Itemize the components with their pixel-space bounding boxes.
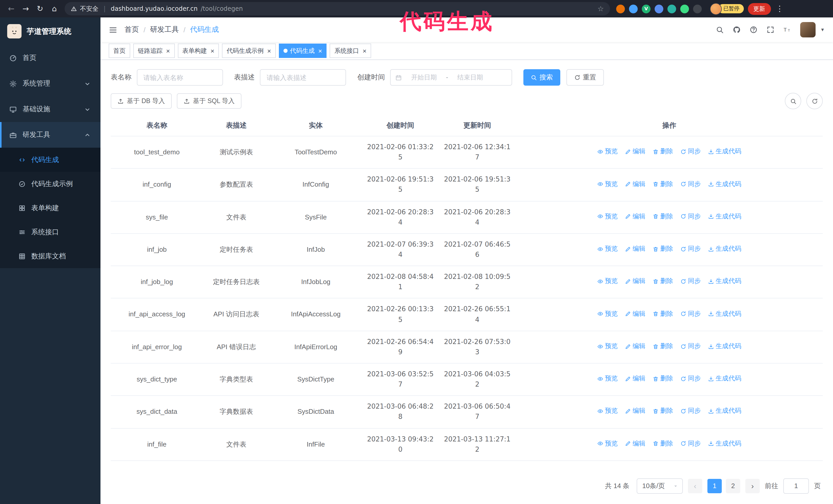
drop-extension-icon[interactable] [629, 4, 638, 13]
sidebar-toggle-icon[interactable] [109, 25, 117, 34]
page-size-select[interactable]: 10条/页 [637, 478, 683, 494]
leaf-extension-icon[interactable] [680, 4, 689, 13]
date-range-picker[interactable]: - [390, 69, 512, 86]
sync-link[interactable]: 同步 [680, 309, 701, 319]
bookmark-star-icon[interactable]: ☆ [597, 5, 604, 13]
sidebar-item-form-builder[interactable]: 表单构建 [0, 196, 100, 220]
profile-chip[interactable]: 已暂停 [710, 3, 743, 15]
page-1-button[interactable]: 1 [708, 479, 722, 493]
pretzel-extension-icon[interactable] [693, 4, 702, 13]
preview-link[interactable]: 预览 [597, 212, 618, 222]
address-bar[interactable]: 不安全 | dashboard.yudao.iocoder.cn/tool/co… [65, 2, 610, 16]
preview-link[interactable]: 预览 [597, 439, 618, 449]
home-button[interactable]: ⌂ [48, 3, 61, 15]
forward-button[interactable]: → [20, 3, 32, 15]
end-date-input[interactable] [450, 73, 490, 81]
edit-link[interactable]: 编辑 [625, 147, 645, 157]
question-icon[interactable] [749, 26, 758, 34]
tab-home[interactable]: 首页 [109, 44, 130, 58]
github-icon[interactable] [733, 26, 741, 34]
sync-link[interactable]: 同步 [680, 439, 701, 449]
sidebar-item-db-doc[interactable]: 数据库文档 [0, 244, 100, 268]
edit-link[interactable]: 编辑 [625, 179, 645, 189]
toggle-search-button[interactable] [785, 93, 801, 109]
generate-code-link[interactable]: 生成代码 [708, 212, 741, 222]
breadcrumb-item[interactable]: 研发工具 [150, 25, 179, 34]
import-sql-button[interactable]: 基于 SQL 导入 [177, 93, 241, 109]
sidebar-item-dev-tools[interactable]: 研发工具 [0, 122, 100, 148]
table-desc-input[interactable] [260, 69, 346, 86]
search-icon[interactable] [716, 26, 724, 34]
generate-code-link[interactable]: 生成代码 [708, 406, 741, 416]
close-icon[interactable]: × [267, 47, 271, 54]
edit-link[interactable]: 编辑 [625, 439, 645, 449]
generate-code-link[interactable]: 生成代码 [708, 374, 741, 384]
fullscreen-icon[interactable] [766, 26, 775, 34]
edit-link[interactable]: 编辑 [625, 406, 645, 416]
browser-menu-icon[interactable]: ⋮ [775, 4, 785, 13]
generate-code-link[interactable]: 生成代码 [708, 277, 741, 287]
goto-page-input[interactable] [783, 478, 809, 494]
preview-link[interactable]: 预览 [597, 179, 618, 189]
start-date-input[interactable] [404, 73, 444, 81]
sidebar-item-system-api[interactable]: 系统接口 [0, 220, 100, 244]
sidebar-item-infrastructure[interactable]: 基础设施 [0, 96, 100, 122]
edit-link[interactable]: 编辑 [625, 374, 645, 384]
vue-devtools-extension-icon[interactable]: V [642, 4, 650, 13]
preview-link[interactable]: 预览 [597, 277, 618, 287]
import-db-button[interactable]: 基于 DB 导入 [111, 93, 172, 109]
generate-code-link[interactable]: 生成代码 [708, 439, 741, 449]
delete-link[interactable]: 删除 [652, 179, 673, 189]
search-button[interactable]: 搜索 [523, 69, 560, 86]
tab-codegen-example[interactable]: 代码生成示例× [222, 44, 276, 58]
update-button[interactable]: 更新 [748, 3, 771, 15]
generate-code-link[interactable]: 生成代码 [708, 147, 741, 157]
sync-link[interactable]: 同步 [680, 341, 701, 352]
tab-form-builder[interactable]: 表单构建× [177, 44, 219, 58]
sync-link[interactable]: 同步 [680, 277, 701, 287]
caret-down-icon[interactable]: ▼ [820, 27, 825, 32]
prev-page-button[interactable]: ‹ [688, 479, 702, 493]
sync-link[interactable]: 同步 [680, 179, 701, 189]
delete-link[interactable]: 删除 [652, 406, 673, 416]
delete-link[interactable]: 删除 [652, 439, 673, 449]
preview-link[interactable]: 预览 [597, 147, 618, 157]
close-icon[interactable]: × [210, 47, 214, 54]
refresh-table-button[interactable] [806, 93, 823, 109]
generate-code-link[interactable]: 生成代码 [708, 244, 741, 254]
fox-extension-icon[interactable] [616, 4, 625, 13]
generate-code-link[interactable]: 生成代码 [708, 309, 741, 319]
back-button[interactable]: ← [5, 3, 18, 15]
preview-link[interactable]: 预览 [597, 374, 618, 384]
page-2-button[interactable]: 2 [726, 479, 740, 493]
preview-link[interactable]: 预览 [597, 406, 618, 416]
generate-code-link[interactable]: 生成代码 [708, 179, 741, 189]
close-icon[interactable]: × [166, 47, 170, 54]
delete-link[interactable]: 删除 [652, 212, 673, 222]
edit-link[interactable]: 编辑 [625, 244, 645, 254]
table-name-input[interactable] [137, 69, 223, 86]
teal-extension-icon[interactable] [667, 4, 676, 13]
sidebar-item-home[interactable]: 首页 [0, 45, 100, 71]
fontsize-icon[interactable]: TT [783, 26, 791, 34]
sync-link[interactable]: 同步 [680, 374, 701, 384]
logo[interactable]: 芋道管理系统 [0, 18, 100, 45]
delete-link[interactable]: 删除 [652, 309, 673, 319]
edit-link[interactable]: 编辑 [625, 212, 645, 222]
sidebar-item-codegen-example[interactable]: 代码生成示例 [0, 172, 100, 196]
close-icon[interactable]: × [363, 47, 366, 54]
sidebar-item-system-management[interactable]: 系统管理 [0, 71, 100, 96]
sidebar-item-codegen[interactable]: 代码生成 [0, 148, 100, 172]
tab-system-api[interactable]: 系统接口× [330, 44, 371, 58]
delete-link[interactable]: 删除 [652, 244, 673, 254]
delete-link[interactable]: 删除 [652, 341, 673, 352]
delete-link[interactable]: 删除 [652, 374, 673, 384]
next-page-button[interactable]: › [745, 479, 760, 493]
breadcrumb-item[interactable]: 首页 [124, 25, 139, 34]
delete-link[interactable]: 删除 [652, 147, 673, 157]
sync-link[interactable]: 同步 [680, 212, 701, 222]
people-extension-icon[interactable] [654, 4, 663, 13]
preview-link[interactable]: 预览 [597, 341, 618, 352]
generate-code-link[interactable]: 生成代码 [708, 341, 741, 352]
sync-link[interactable]: 同步 [680, 147, 701, 157]
